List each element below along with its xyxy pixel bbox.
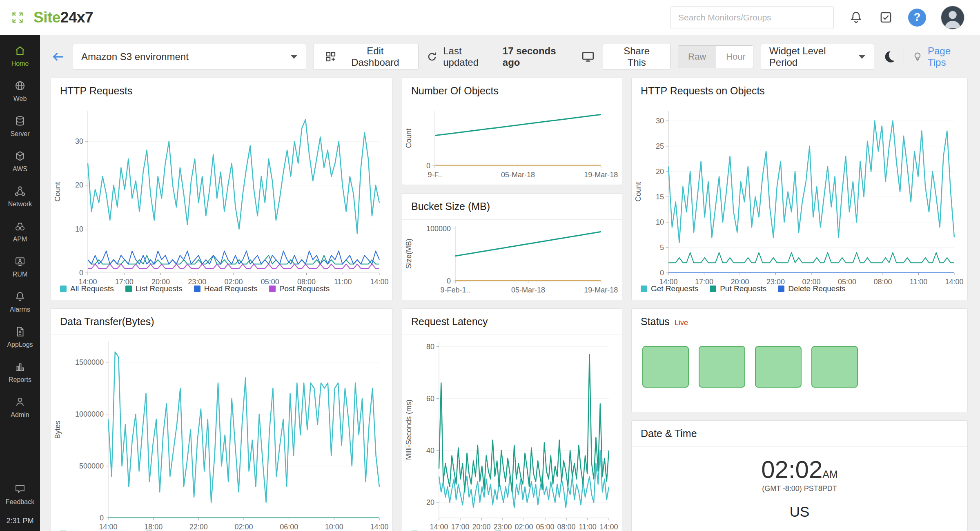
back-button[interactable] <box>51 49 65 64</box>
status-tile[interactable] <box>699 346 745 388</box>
sidebar-item-reports[interactable]: Reports <box>0 355 40 390</box>
hour-toggle[interactable]: Hour <box>716 46 753 68</box>
status-tile[interactable] <box>811 346 858 388</box>
legend-item[interactable]: Get Requests <box>641 284 698 293</box>
chart-legend: Get RequestsPut RequestsDelete Requests <box>632 283 967 300</box>
sidebar-item-alarms[interactable]: Alarms <box>0 284 40 319</box>
chevron-down-icon <box>858 55 866 59</box>
dashboard-select-value: Amazon S3 environment <box>81 51 189 62</box>
chart-http-requests[interactable]: 010203014:0017:0020:0023:0002:0005:0008:… <box>51 104 392 283</box>
svg-text:5: 5 <box>660 243 664 252</box>
sidebar-item-admin[interactable]: Admin <box>0 390 40 425</box>
raw-toggle[interactable]: Raw <box>678 46 716 68</box>
svg-text:19-Mar-18: 19-Mar-18 <box>584 171 618 179</box>
sidebar-item-rum[interactable]: RUM <box>0 249 40 284</box>
legend-item[interactable]: Head Requests <box>194 284 258 293</box>
dashboard-grid: HTTP Requests 010203014:0017:0020:0023:0… <box>51 78 969 531</box>
chart-data-transfer[interactable]: 05000001000000150000014:0018:0022:0002:0… <box>51 335 392 528</box>
svg-text:05-Mar-18: 05-Mar-18 <box>511 286 545 294</box>
status-title: Status <box>641 316 670 328</box>
card-title: Status Live <box>632 309 967 335</box>
card-title: Number Of Objects <box>402 78 622 104</box>
notifications-bell-icon[interactable] <box>849 10 864 25</box>
refresh-icon[interactable] <box>426 51 438 63</box>
chart-legend: First Byte LatencyTotal Request Latency <box>402 528 622 531</box>
legend-item[interactable]: Bytes Uploaded <box>146 529 211 531</box>
svg-text:9-Feb-1..: 9-Feb-1.. <box>440 286 470 294</box>
widget-period-value: Widget Level Period <box>769 45 849 68</box>
sidebar-item-label: Alarms <box>10 306 30 313</box>
svg-text:1000000: 1000000 <box>75 410 104 418</box>
tasks-icon[interactable] <box>878 10 893 25</box>
sidebar-item-label: AppLogs <box>7 341 33 348</box>
svg-text:Count: Count <box>634 182 642 201</box>
sidebar-item-apm[interactable]: APM <box>0 214 40 249</box>
user-avatar[interactable] <box>941 6 964 29</box>
status-tile[interactable] <box>755 346 802 388</box>
chart-bucket-size[interactable]: 01000009-Feb-1..05-Mar-1819-Mar-18Size(M… <box>402 220 622 300</box>
svg-text:20: 20 <box>426 498 434 506</box>
site24x7-logo[interactable]: Site24x7 <box>33 9 93 26</box>
logo-text-dark: 24x7 <box>60 9 93 26</box>
svg-text:0: 0 <box>660 269 664 277</box>
dashboard-select[interactable]: Amazon S3 environment <box>73 44 306 70</box>
network-icon <box>14 185 26 197</box>
legend-item[interactable]: List Requests <box>125 284 183 293</box>
topbar: Site24x7 ? <box>0 0 980 35</box>
status-tiles <box>632 335 967 399</box>
sidebar-item-network[interactable]: Network <box>0 179 40 214</box>
edit-dashboard-button[interactable]: Edit Dashboard <box>314 44 419 70</box>
sidebar-item-label: Feedback <box>6 498 34 506</box>
expand-icon[interactable] <box>11 11 24 25</box>
legend-item[interactable]: All Requests <box>60 284 114 293</box>
card-title: HTTP Requests on Objects <box>632 78 967 104</box>
svg-text:0: 0 <box>100 514 104 522</box>
widget-period-select[interactable]: Widget Level Period <box>761 44 874 70</box>
legend-item[interactable]: Post Requests <box>269 284 330 293</box>
chart-request-latency[interactable]: 2040608014:0017:0020:0023:0002:0005:0008… <box>402 335 622 528</box>
card-title: Request Latency <box>402 309 622 335</box>
web-icon <box>14 80 26 92</box>
applogs-icon <box>14 326 26 338</box>
topbar-right: ? <box>670 6 964 29</box>
sidebar-item-web[interactable]: Web <box>0 74 40 109</box>
sidebar-item-server[interactable]: Server <box>0 109 40 144</box>
legend-item[interactable]: Delete Requests <box>778 284 845 293</box>
share-this-button[interactable]: Share This <box>603 44 670 70</box>
search-input[interactable] <box>670 6 834 29</box>
status-tile[interactable] <box>642 346 689 388</box>
sidebar-clock: 2:31 PM <box>0 512 40 525</box>
svg-text:0: 0 <box>426 162 430 170</box>
clock-meridiem: AM <box>822 469 838 480</box>
topbar-left: Site24x7 <box>11 9 93 26</box>
dark-mode-moon-icon[interactable] <box>882 49 896 64</box>
clock: 02:02AM <box>761 457 838 482</box>
last-updated-value: 17 seconds ago <box>503 45 573 68</box>
date-time-body: 02:02AM (GMT -8:00) PST8PDT US 23 Mar 20… <box>632 447 967 531</box>
last-updated: Last updated 17 seconds ago <box>426 45 573 68</box>
page-tips-button[interactable]: Page Tips <box>911 45 969 68</box>
sidebar-item-feedback[interactable]: Feedback <box>0 477 40 512</box>
bulb-icon <box>911 51 924 63</box>
chart-http-requests-on-objects[interactable]: 05101520253014:0017:0020:0023:0002:0005:… <box>632 104 967 283</box>
help-icon[interactable]: ? <box>908 9 926 27</box>
svg-text:20: 20 <box>75 181 83 189</box>
sidebar-item-applogs[interactable]: AppLogs <box>0 319 40 355</box>
svg-text:Count: Count <box>405 128 413 148</box>
svg-text:500000: 500000 <box>79 462 104 470</box>
svg-text:Milli-Seconds (ms): Milli-Seconds (ms) <box>405 399 413 460</box>
sidebar-item-aws[interactable]: AWS <box>0 144 40 179</box>
dashboard-toolbar: Amazon S3 environment Edit Dashboard Las… <box>51 42 969 71</box>
legend-item[interactable]: Bytes Downloaded <box>60 529 135 531</box>
legend-item[interactable]: Put Requests <box>710 284 766 293</box>
svg-text:0: 0 <box>447 277 451 285</box>
timezone: (GMT -8:00) PST8PDT <box>762 484 837 493</box>
chart-number-of-objects[interactable]: 09-F..05-Mar-1819-Mar-18Count <box>402 104 622 185</box>
legend-item[interactable]: First Byte Latency <box>411 529 483 531</box>
card-http-requests-on-objects: HTTP Requests on Objects 05101520253014:… <box>631 78 968 300</box>
sidebar-item-home[interactable]: Home <box>0 38 40 74</box>
svg-text:40: 40 <box>426 446 434 455</box>
svg-text:0: 0 <box>79 269 83 277</box>
cast-screen-icon[interactable] <box>581 49 595 64</box>
legend-item[interactable]: Total Request Latency <box>495 529 582 531</box>
